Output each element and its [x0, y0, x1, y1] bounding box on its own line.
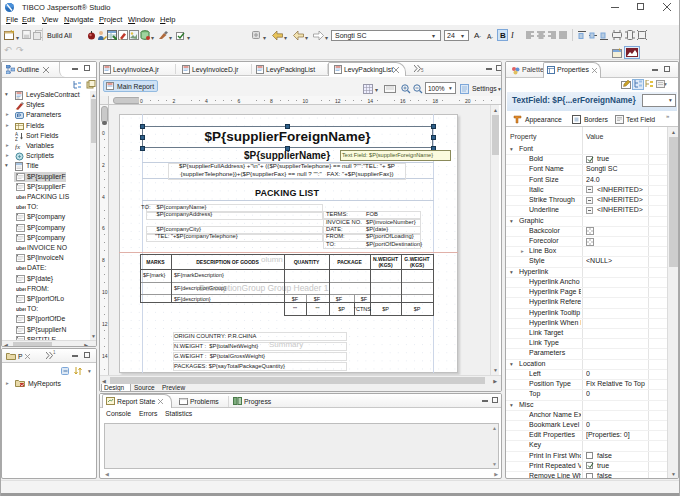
- svg-text:uber: uber: [16, 306, 26, 312]
- svg-text:uber: uber: [16, 204, 26, 210]
- svg-text:uber: uber: [16, 245, 26, 251]
- svg-text:uber: uber: [16, 194, 26, 200]
- svg-text:uber: uber: [16, 286, 26, 292]
- svg-text:uber: uber: [16, 265, 26, 271]
- svg-text:Z: Z: [15, 137, 18, 141]
- svg-text:fx: fx: [15, 143, 21, 151]
